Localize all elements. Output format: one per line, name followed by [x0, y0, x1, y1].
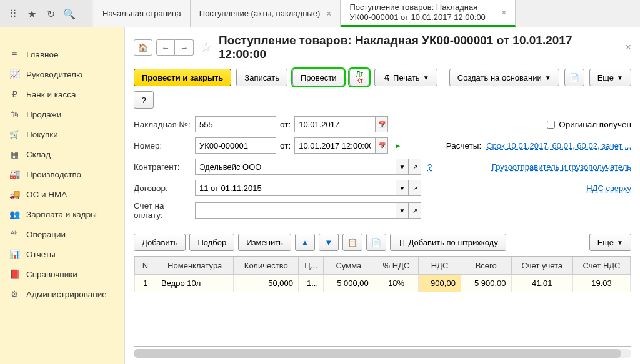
paste-button[interactable]: 📄: [366, 234, 386, 251]
contract-input[interactable]: [195, 180, 396, 196]
debit-credit-button[interactable]: ДтКт: [349, 69, 369, 86]
table-header-row: N Номенклатура Количество Ц... Сумма % Н…: [135, 257, 631, 275]
close-icon[interactable]: ×: [326, 9, 331, 19]
tab-current-document[interactable]: Поступление товаров: Накладная УК00-0000…: [341, 0, 516, 27]
cell-total[interactable]: 5 900,00: [461, 275, 511, 292]
post-button[interactable]: Провести: [292, 69, 345, 86]
sidebar-item-catalogs[interactable]: 📕Справочники: [0, 265, 124, 285]
sidebar-item-warehouse[interactable]: ▦Склад: [0, 145, 124, 165]
move-down-button[interactable]: ▼: [319, 234, 339, 251]
cell-nomenclature[interactable]: Ведро 10л: [156, 275, 234, 292]
sidebar-item-label: Справочники: [26, 270, 78, 279]
cell-vat-pct[interactable]: 18%: [374, 275, 418, 292]
search-icon[interactable]: 🔍: [60, 4, 79, 23]
sidebar-item-label: Главное: [26, 50, 59, 59]
sidebar-item-label: Покупки: [26, 130, 58, 139]
ruble-icon: ₽: [9, 89, 20, 101]
cell-vat-account[interactable]: 19.03: [573, 275, 631, 292]
sidebar-item-assets[interactable]: 🚚ОС и НМА: [0, 185, 124, 205]
sidebar-item-manager[interactable]: 📈Руководителю: [0, 65, 124, 85]
cell-qty[interactable]: 50,000: [234, 275, 299, 292]
menu-toggle[interactable]: [0, 27, 18, 45]
open-icon[interactable]: ↗: [409, 202, 421, 219]
more-button[interactable]: Еще▼: [589, 69, 631, 86]
add-row-button[interactable]: Добавить: [134, 234, 186, 251]
add-by-barcode-button[interactable]: ⫼ Добавить по штрихкоду: [390, 234, 506, 251]
home-button[interactable]: 🏠: [134, 39, 152, 56]
sidebar-item-sales[interactable]: 🛍Продажи: [0, 105, 124, 125]
help-button[interactable]: ?: [134, 91, 154, 109]
counterparty-help[interactable]: ?: [428, 162, 432, 172]
original-received-checkbox[interactable]: [547, 121, 555, 129]
settlements-link[interactable]: Срок 10.01.2017, 60.01, 60.02, зачет ...: [486, 141, 631, 150]
col-account[interactable]: Счет учета: [511, 257, 572, 275]
chevron-down-icon[interactable]: ▼: [396, 159, 409, 175]
vat-mode-link[interactable]: НДС сверху: [586, 184, 631, 193]
print-button[interactable]: 🖨 Печать▼: [374, 69, 437, 86]
copy-button[interactable]: 📋: [342, 234, 362, 251]
scrollbar-thumb[interactable]: [134, 349, 621, 358]
write-button[interactable]: Записать: [236, 69, 288, 86]
sidebar-item-bank[interactable]: ₽Банк и касса: [0, 85, 124, 105]
system-toolbar: ⠿ ★ ↻ 🔍: [0, 0, 92, 27]
close-icon[interactable]: ×: [501, 7, 506, 17]
move-up-button[interactable]: ▲: [295, 234, 315, 251]
col-price[interactable]: Ц...: [299, 257, 324, 275]
close-icon[interactable]: ×: [626, 42, 631, 53]
chevron-down-icon[interactable]: ▼: [396, 202, 409, 219]
attach-button[interactable]: 📄: [564, 69, 584, 86]
cell-account[interactable]: 41.01: [511, 275, 572, 292]
sidebar-item-production[interactable]: 🏭Производство: [0, 165, 124, 185]
calendar-icon[interactable]: 📅: [376, 116, 388, 132]
tab-start-page[interactable]: Начальная страница: [94, 0, 191, 27]
document-content: 🏠 ← → ☆ Поступление товаров: Накладная У…: [125, 27, 640, 364]
col-n[interactable]: N: [135, 257, 156, 275]
col-nomenclature[interactable]: Номенклатура: [156, 257, 234, 275]
cell-vat[interactable]: 900,00: [419, 275, 461, 292]
sidebar-item-admin[interactable]: ⚙Администрирование: [0, 285, 124, 305]
invoice-date-input[interactable]: [294, 116, 376, 132]
cell-price[interactable]: 1...: [299, 275, 324, 292]
col-sum[interactable]: Сумма: [324, 257, 374, 275]
sidebar-item-operations[interactable]: ᴬᵏОперации: [0, 225, 124, 245]
sidebar-item-reports[interactable]: 📊Отчеты: [0, 245, 124, 265]
col-qty[interactable]: Количество: [234, 257, 299, 275]
forward-button[interactable]: →: [175, 39, 194, 56]
tab-receipts[interactable]: Поступление (акты, накладные) ×: [191, 0, 341, 27]
table-row[interactable]: 1 Ведро 10л 50,000 1... 5 000,00 18% 900…: [135, 275, 631, 292]
star-icon[interactable]: ★: [22, 4, 41, 23]
col-vat-pct[interactable]: % НДС: [374, 257, 418, 275]
chevron-down-icon[interactable]: ▼: [396, 180, 409, 196]
select-button[interactable]: Подбор: [189, 234, 234, 251]
sidebar-item-label: Руководителю: [26, 70, 82, 79]
back-button[interactable]: ←: [156, 39, 175, 56]
col-vat-account[interactable]: Счет НДС: [573, 257, 631, 275]
col-total[interactable]: Всего: [461, 257, 511, 275]
invoice-payment-input[interactable]: [195, 202, 396, 219]
cell-sum[interactable]: 5 000,00: [324, 275, 374, 292]
change-button[interactable]: Изменить: [238, 234, 291, 251]
open-icon[interactable]: ↗: [409, 180, 421, 196]
favorite-icon[interactable]: ☆: [198, 39, 215, 56]
table-more-button[interactable]: Еще▼: [589, 234, 631, 251]
apps-icon[interactable]: ⠿: [4, 4, 22, 23]
sidebar-item-label: ОС и НМА: [26, 190, 67, 199]
datetime-input[interactable]: [294, 137, 376, 154]
sidebar-item-label: Операции: [26, 230, 66, 239]
sidebar-item-payroll[interactable]: 👥Зарплата и кадры: [0, 205, 124, 225]
number-input[interactable]: [195, 137, 276, 154]
sidebar-item-purchases[interactable]: 🛒Покупки: [0, 125, 124, 145]
sidebar-item-main[interactable]: ≡Главное: [0, 45, 124, 65]
calendar-icon[interactable]: 📅: [376, 137, 388, 154]
create-based-button[interactable]: Создать на основании▼: [449, 69, 559, 86]
sidebar-item-label: Продажи: [26, 110, 61, 119]
open-icon[interactable]: ↗: [409, 159, 421, 175]
cell-n[interactable]: 1: [135, 275, 156, 292]
invoice-no-input[interactable]: [195, 116, 276, 132]
horizontal-scrollbar[interactable]: [134, 349, 631, 358]
history-icon[interactable]: ↻: [41, 4, 60, 23]
shipper-link[interactable]: Грузоотправитель и грузополучатель: [492, 162, 631, 172]
counterparty-input[interactable]: [195, 159, 396, 175]
post-and-close-button[interactable]: Провести и закрыть: [134, 69, 231, 86]
col-vat[interactable]: НДС: [419, 257, 461, 275]
